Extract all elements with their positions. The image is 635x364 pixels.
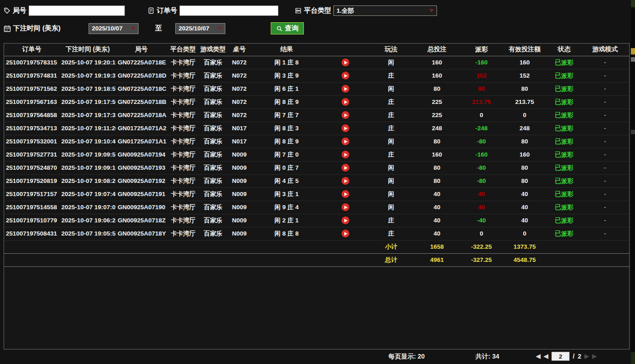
play-video-icon[interactable] [342, 177, 349, 185]
chevron-down-icon [429, 9, 434, 12]
date-to-value: 2025/10/07 [179, 25, 209, 32]
subtotal-label: 小计 [369, 240, 413, 253]
play-video-icon[interactable] [342, 59, 349, 66]
platform-cell: 卡卡湾厅 [167, 82, 199, 95]
valid-cell: 40 [502, 214, 547, 227]
valid-cell: 80 [502, 82, 547, 95]
play-video-icon[interactable] [342, 151, 349, 158]
play-video-icon[interactable] [342, 230, 349, 237]
platform-cell: 卡卡湾厅 [167, 135, 199, 148]
search-icon [276, 25, 283, 32]
page-number-input[interactable] [551, 352, 570, 361]
replay-cell [321, 122, 369, 135]
round-cell: GN00925A07191 [116, 187, 167, 201]
way-cell: 闲 [369, 161, 413, 174]
game-cell: 百家乐 [199, 201, 227, 214]
time-cell: 2025-10-07 19:06:24 [60, 214, 116, 227]
game-cell: 百家乐 [199, 56, 227, 69]
payout-cell: 0 [461, 227, 502, 240]
column-header: 游戏类型 [199, 44, 227, 56]
platform-type-select[interactable]: 1.全部 [333, 5, 437, 16]
bet-cell: 80 [413, 161, 461, 174]
table-row: 2510071975748312025-10-07 19:19:37GN0722… [4, 69, 629, 82]
round-cell: GN00925A07193 [116, 161, 167, 174]
result-cell: 闲 6 庄 1 [252, 82, 321, 95]
play-video-icon[interactable] [342, 111, 349, 119]
game-cell: 百家乐 [199, 122, 227, 135]
game-cell: 百家乐 [199, 161, 227, 174]
column-header: 结果 [252, 44, 321, 56]
status-cell: 已派彩 [547, 82, 581, 95]
table-cell: N009 [227, 214, 252, 227]
result-cell: 闲 3 庄 1 [252, 187, 321, 201]
round-cell: GN07225A0718A [116, 108, 167, 122]
column-header: 有效投注额 [502, 44, 547, 56]
play-video-icon[interactable] [342, 164, 349, 172]
edge-fragment [631, 57, 635, 62]
table-row: 2510071975208192025-10-07 19:08:26GN0092… [4, 174, 629, 187]
payout-cell: -248 [461, 122, 502, 135]
column-header: 局号 [116, 44, 167, 56]
table-cell: N072 [227, 56, 252, 69]
bet-cell: 80 [413, 135, 461, 148]
payout-cell: -160 [461, 148, 502, 161]
next-page-button[interactable]: ▶ [585, 352, 589, 361]
table-cell: N072 [227, 108, 252, 122]
time-cell: 2025-10-07 19:11:20 [60, 122, 116, 135]
date-from-value: 2025/10/07 [92, 25, 123, 32]
valid-cell: 213.75 [502, 95, 547, 108]
round-cell: GN07225A0718C [116, 82, 167, 95]
order-cell: 251007197571562 [4, 82, 60, 95]
result-cell: 闲 3 庄 9 [252, 69, 321, 82]
status-cell: 已派彩 [547, 161, 581, 174]
bet-cell: 225 [413, 95, 461, 108]
play-video-icon[interactable] [342, 72, 349, 79]
bet-records-table-container: 订单号下注时间 (美东)局号平台类型游戏类型桌号结果玩法总投注派彩有效投注额状态… [4, 43, 630, 349]
payout-cell: 80 [461, 82, 502, 95]
play-video-icon[interactable] [342, 190, 349, 198]
last-page-button[interactable]: ▶ [592, 352, 597, 361]
date-to-picker[interactable]: 2025/10/07 [175, 23, 225, 34]
table-row: 2510071975171572025-10-07 19:07:40GN0092… [4, 187, 629, 201]
total-valid-bet: 4548.75 [502, 253, 547, 266]
play-video-icon[interactable] [342, 85, 349, 93]
game-cell: 百家乐 [199, 148, 227, 161]
order-number-input[interactable] [179, 5, 278, 16]
payout-cell: 213.75 [461, 95, 502, 108]
way-cell: 闲 [369, 135, 413, 148]
play-video-icon[interactable] [342, 203, 349, 211]
play-video-icon[interactable] [342, 98, 349, 106]
table-row: 2510071975648582025-10-07 19:17:32GN0722… [4, 108, 629, 122]
table-row: 2510071975277312025-10-07 19:09:51GN0092… [4, 148, 629, 161]
round-number-input[interactable] [29, 5, 125, 16]
replay-cell [321, 95, 369, 108]
order-cell: 251007197508431 [4, 227, 60, 240]
replay-cell [321, 201, 369, 214]
play-video-icon[interactable] [342, 216, 349, 224]
order-cell: 251007197510779 [4, 214, 60, 227]
order-cell: 251007197567163 [4, 95, 60, 108]
bet-time-label: 下注时间 (美东) [13, 24, 60, 33]
date-from-picker[interactable]: 2025/10/07 [89, 23, 139, 34]
payout-cell: 40 [461, 201, 502, 214]
page-divider: / [573, 353, 575, 360]
result-cell: 闲 8 庄 8 [252, 227, 321, 240]
mode-cell: - [581, 187, 629, 201]
result-cell: 闲 0 庄 7 [252, 161, 321, 174]
total-pages: 2 [578, 353, 581, 360]
subtotal-row: 小计 1658 -322.25 1373.75 [4, 240, 629, 253]
status-cell: 已派彩 [547, 108, 581, 122]
total-total-bet: 4961 [413, 253, 461, 266]
way-cell: 闲 [369, 82, 413, 95]
first-page-button[interactable]: ◀ [536, 352, 541, 361]
status-cell: 已派彩 [547, 201, 581, 214]
prev-page-button[interactable]: ◀ [544, 352, 548, 361]
to-label: 至 [155, 24, 162, 33]
column-header: 状态 [547, 44, 581, 56]
platform-cell: 卡卡湾厅 [167, 161, 199, 174]
play-video-icon[interactable] [342, 138, 349, 145]
mode-cell: - [581, 95, 629, 108]
play-video-icon[interactable] [342, 124, 349, 132]
status-cell: 已派彩 [547, 227, 581, 240]
query-button[interactable]: 查询 [271, 22, 304, 34]
